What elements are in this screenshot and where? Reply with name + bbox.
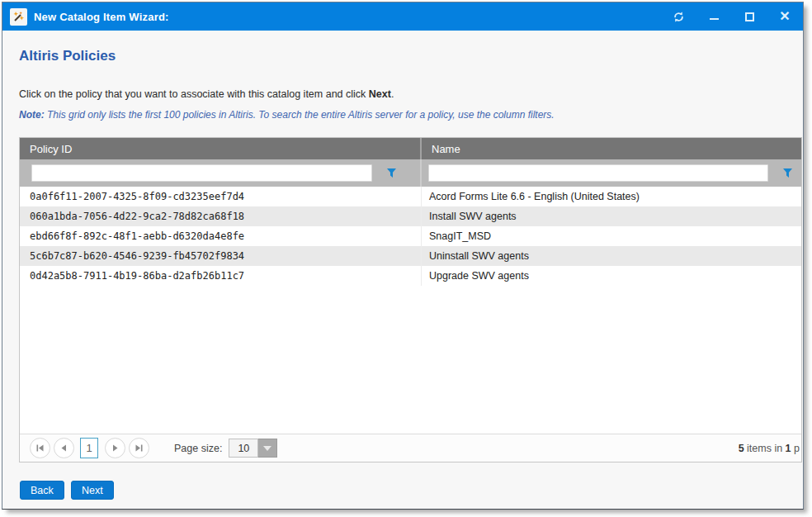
grid-pager: 1 Page size: 10 5 items in 1 p (20, 434, 801, 462)
next-page-button[interactable] (105, 438, 125, 458)
name-cell[interactable]: Uninstall SWV agents (422, 246, 801, 266)
note-label: Note: (19, 109, 45, 121)
instruction-text: Click on the policy that you want to ass… (19, 88, 394, 100)
name-filter-input[interactable] (428, 164, 768, 182)
pages-count: 1 (786, 443, 791, 454)
title-bar: New Catalog Item Wizard: ✕ (2, 2, 803, 31)
magic-wand-icon (12, 11, 25, 23)
policy-id-filter-input[interactable] (31, 164, 372, 182)
name-cell[interactable]: Acord Forms Lite 6.6 - English (United S… (422, 187, 801, 206)
table-row[interactable]: 0d42a5b8-7911-4b19-86ba-d2afb26b11c7 Upg… (20, 266, 801, 286)
items-count: 5 (739, 443, 744, 454)
pager-status-text: 5 items in 1 p (739, 443, 800, 454)
table-row[interactable]: ebd66f8f-892c-48f1-aebb-d6320da4e8fe Sna… (20, 226, 801, 246)
instruction-prefix: Click on the policy that you want to ass… (19, 88, 369, 100)
minimize-icon[interactable] (707, 10, 720, 23)
page-title: Altiris Policies (19, 48, 116, 64)
note-body: This grid only lists the first 100 polic… (45, 109, 555, 121)
table-row[interactable]: 060a1bda-7056-4d22-9ca2-78d82ca68f18 Ins… (20, 206, 801, 226)
previous-page-button[interactable] (54, 438, 74, 458)
name-cell[interactable]: Install SWV agents (422, 206, 801, 226)
table-row[interactable]: 0a0f6f11-2007-4325-8f09-cd3235eef7d4 Aco… (20, 187, 801, 206)
wizard-window: New Catalog Item Wizard: ✕ Altiris Polic… (2, 2, 804, 510)
name-filter-funnel-icon[interactable] (782, 168, 793, 178)
instruction-suffix: . (391, 88, 394, 100)
next-button[interactable]: Next (71, 481, 114, 500)
policy-id-filter-funnel-icon[interactable] (386, 168, 397, 178)
refresh-icon[interactable] (672, 10, 685, 23)
window-title: New Catalog Item Wizard: (34, 11, 169, 23)
last-page-button[interactable] (129, 438, 149, 458)
window-controls: ✕ (672, 10, 791, 23)
policy-id-cell[interactable]: 0a0f6f11-2007-4325-8f09-cd3235eef7d4 (20, 187, 422, 206)
first-page-button[interactable] (30, 438, 50, 458)
wizard-app-icon (10, 8, 27, 26)
chevron-down-icon (263, 446, 271, 451)
back-button[interactable]: Back (20, 481, 64, 500)
policy-id-cell[interactable]: 0d42a5b8-7911-4b19-86ba-d2afb26b11c7 (20, 266, 422, 286)
current-page-indicator[interactable]: 1 (80, 438, 98, 458)
maximize-icon[interactable] (743, 10, 756, 23)
grid-header-row: Policy ID Name (20, 138, 801, 159)
policy-id-cell[interactable]: 5c6b7c87-b620-4546-9239-fb45702f9834 (20, 246, 422, 266)
page-size-value[interactable]: 10 (229, 439, 258, 458)
page-size-label: Page size: (174, 443, 222, 454)
column-header-name[interactable]: Name (422, 138, 801, 159)
name-cell[interactable]: Upgrade SWV agents (422, 266, 801, 286)
items-mid-text: items in (744, 443, 786, 454)
table-row[interactable]: 5c6b7c87-b620-4546-9239-fb45702f9834 Uni… (20, 246, 801, 266)
grid-filter-row (20, 159, 801, 187)
policy-id-cell[interactable]: ebd66f8f-892c-48f1-aebb-d6320da4e8fe (20, 226, 422, 246)
page-size-dropdown-button[interactable] (258, 439, 277, 458)
policy-id-cell[interactable]: 060a1bda-7056-4d22-9ca2-78d82ca68f18 (20, 206, 422, 226)
name-cell[interactable]: SnagIT_MSD (422, 226, 801, 246)
column-header-policy-id[interactable]: Policy ID (20, 138, 422, 159)
close-icon[interactable]: ✕ (778, 10, 791, 23)
policies-grid: Policy ID Name 0a0f6f11-2007-4325-8f09-c… (19, 137, 802, 462)
instruction-next-emphasis: Next (369, 88, 391, 100)
status-suffix-text: p (791, 443, 800, 454)
note-text: Note: This grid only lists the first 100… (19, 109, 555, 121)
grid-rows: 0a0f6f11-2007-4325-8f09-cd3235eef7d4 Aco… (20, 187, 801, 286)
